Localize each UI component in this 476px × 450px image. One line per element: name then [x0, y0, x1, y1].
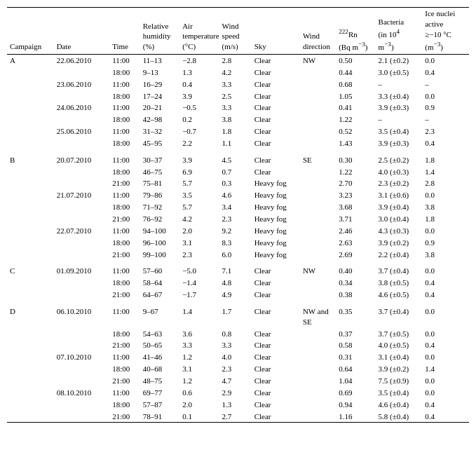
cell-campaign — [7, 67, 54, 79]
cell-date — [54, 177, 109, 189]
cell-ice: 1.8 — [422, 149, 469, 166]
cell-bact: 3.9 (±0.2) — [376, 237, 423, 249]
header-campaign: Campaign — [7, 8, 54, 55]
cell-ice: 2.8 — [422, 177, 469, 189]
cell-campaign — [7, 387, 54, 399]
cell-rh: 78–91 — [140, 411, 179, 423]
cell-wind: 3.4 — [219, 201, 252, 213]
cell-campaign — [7, 114, 54, 125]
cell-winddir — [300, 411, 336, 423]
cell-time: 11:00 — [109, 225, 140, 237]
cell-winddir — [300, 125, 336, 137]
cell-rn: 0.30 — [336, 149, 375, 166]
table-row: 18:0057–872.01.3Clear0.944.6 (±0.4)0.4 — [7, 399, 469, 411]
cell-date — [54, 411, 109, 423]
cell-wind: 3.3 — [219, 102, 252, 114]
cell-time: 11:00 — [109, 102, 140, 114]
cell-rn: 3.23 — [336, 189, 375, 201]
cell-rn: 0.34 — [336, 277, 375, 289]
cell-campaign — [7, 189, 54, 201]
cell-winddir: NW and SE — [300, 301, 336, 328]
cell-ice: 0.0 — [422, 55, 469, 67]
table-row: 21.07.201011:0079–863.54.6Heavy fog3.233… — [7, 189, 469, 201]
cell-ice: 3.8 — [422, 201, 469, 213]
cell-date: 24.06.2010 — [54, 102, 109, 114]
cell-sky: Clear — [252, 166, 300, 178]
cell-rn: 0.37 — [336, 328, 375, 340]
cell-sky: Heavy fog — [252, 237, 300, 249]
table-row: 21:0075–815.70.3Heavy fog2.702.3 (±0.2)2… — [7, 177, 469, 189]
cell-wind: 2.7 — [219, 411, 252, 423]
cell-rh: 57–87 — [140, 399, 179, 411]
cell-ice: 1.4 — [422, 166, 469, 178]
cell-date — [54, 289, 109, 301]
cell-winddir — [300, 328, 336, 340]
cell-rh: 42–98 — [140, 114, 179, 125]
cell-sky: Clear — [252, 137, 300, 149]
cell-date — [54, 328, 109, 340]
cell-sky: Clear — [252, 363, 300, 375]
cell-sky: Clear — [252, 351, 300, 363]
cell-bact: 3.7 (±0.5) — [376, 328, 423, 340]
cell-date: 21.07.2010 — [54, 189, 109, 201]
cell-wind: 2.5 — [219, 90, 252, 102]
cell-campaign — [7, 225, 54, 237]
cell-bact: 2.5 (±0.2) — [376, 149, 423, 166]
cell-time: 18:00 — [109, 399, 140, 411]
cell-winddir — [300, 225, 336, 237]
header-winddir: Winddirection — [300, 8, 336, 55]
cell-sky: Clear — [252, 114, 300, 125]
header-ice: Ice nucleiactive≥−10 °C(m−3) — [422, 8, 469, 55]
cell-bact: 3.9 (±0.2) — [376, 363, 423, 375]
cell-sky: Clear — [252, 79, 300, 90]
cell-bact: 4.3 (±0.3) — [376, 225, 423, 237]
cell-time: 18:00 — [109, 277, 140, 289]
cell-date — [54, 339, 109, 351]
cell-winddir: NW — [300, 260, 336, 277]
cell-date — [54, 201, 109, 213]
header-date: Date — [54, 8, 109, 55]
cell-ice: 0.0 — [422, 189, 469, 201]
cell-time: 18:00 — [109, 363, 140, 375]
cell-temp: 0.2 — [179, 114, 219, 125]
cell-bact: 4.0 (±0.5) — [376, 339, 423, 351]
cell-rh: 17–24 — [140, 90, 179, 102]
cell-temp: 3.1 — [179, 363, 219, 375]
cell-wind: 3.8 — [219, 114, 252, 125]
cell-wind: 9.2 — [219, 225, 252, 237]
table-row: D06.10.201011:009–671.41.7ClearNW and SE… — [7, 301, 469, 328]
cell-rh: 31–32 — [140, 125, 179, 137]
header-rn: 222Rn(Bq m−3) — [336, 8, 375, 55]
table-row: 18:0042–980.23.8Clear1.22–– — [7, 114, 469, 125]
cell-rn: 2.63 — [336, 237, 375, 249]
cell-sky: Clear — [252, 301, 300, 328]
cell-date: 22.06.2010 — [54, 55, 109, 67]
cell-rh: 20–21 — [140, 102, 179, 114]
cell-ice: 0.4 — [422, 277, 469, 289]
header-windspeed: Windspeed(m/s) — [219, 8, 252, 55]
cell-sky: Heavy fog — [252, 201, 300, 213]
cell-sky: Clear — [252, 411, 300, 423]
cell-sky: Clear — [252, 67, 300, 79]
cell-ice: 0.4 — [422, 289, 469, 301]
cell-winddir — [300, 90, 336, 102]
cell-temp: −0.7 — [179, 125, 219, 137]
cell-rn: 1.05 — [336, 90, 375, 102]
cell-rh: 30–37 — [140, 149, 179, 166]
cell-ice: 1.4 — [422, 363, 469, 375]
cell-time: 11:00 — [109, 149, 140, 166]
cell-campaign — [7, 289, 54, 301]
cell-temp: 4.2 — [179, 213, 219, 225]
cell-date — [54, 114, 109, 125]
cell-campaign: A — [7, 55, 54, 67]
cell-ice: – — [422, 79, 469, 90]
cell-date — [54, 137, 109, 149]
cell-campaign: C — [7, 260, 54, 277]
cell-rn: 0.35 — [336, 301, 375, 328]
cell-winddir — [300, 375, 336, 387]
cell-wind: 2.3 — [219, 213, 252, 225]
header-bacteria: Bacteria(in 104m−3) — [376, 8, 423, 55]
cell-campaign — [7, 177, 54, 189]
cell-date — [54, 166, 109, 178]
cell-temp: 2.0 — [179, 225, 219, 237]
